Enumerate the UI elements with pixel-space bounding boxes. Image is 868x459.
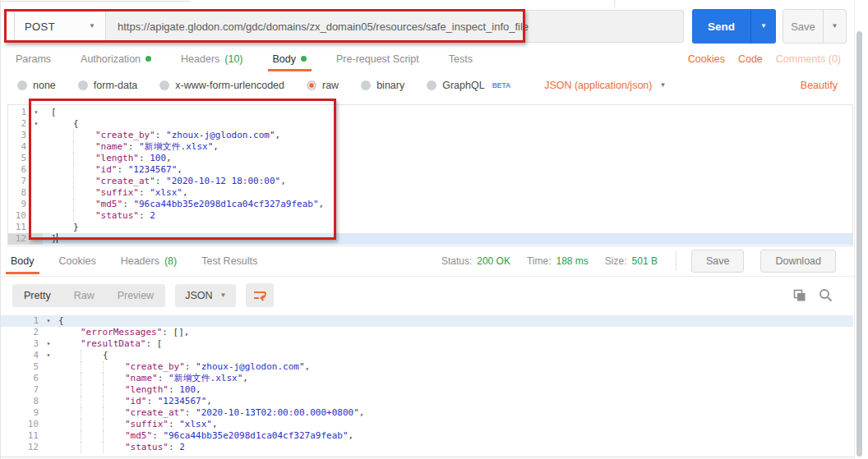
tab-authorization[interactable]: Authorization <box>81 46 151 71</box>
line-number: 4 <box>1 350 42 361</box>
view-raw-button[interactable]: Raw <box>62 284 106 307</box>
code-line: 7"create_at": "2020-10-12 18:00:00", <box>8 176 852 187</box>
code-line: 2▾{ <box>8 118 852 130</box>
code-line: 1▾[ <box>8 107 852 118</box>
code-line: 4▾{ <box>1 350 853 361</box>
vertical-scrollbar[interactable] <box>856 31 862 457</box>
save-request-button[interactable]: Save ▼ <box>783 9 847 44</box>
fold-caret-icon[interactable]: ▾ <box>42 338 55 350</box>
code-line: 6"id": "1234567", <box>8 164 852 176</box>
line-number: 1 <box>8 107 30 118</box>
code-line: 1▾{ <box>1 315 853 327</box>
body-type-options: none form-data x-www-form-urlencoded raw… <box>1 71 854 99</box>
text-cursor <box>57 233 58 243</box>
radio-raw-selected-icon <box>307 80 316 90</box>
line-number: 7 <box>1 384 42 396</box>
cookies-link[interactable]: Cookies <box>688 53 725 65</box>
response-tab-cookies[interactable]: Cookies <box>59 249 96 274</box>
response-tab-test-results[interactable]: Test Results <box>201 249 257 274</box>
response-tab-headers[interactable]: Headers (8) <box>121 249 178 274</box>
view-preview-button[interactable]: Preview <box>106 284 165 307</box>
save-caret-icon: ▼ <box>832 23 838 30</box>
url-input[interactable]: https://apigate.glodon.com/gdc/domains/z… <box>106 10 684 43</box>
line-number: 5 <box>8 153 30 164</box>
comments-link[interactable]: Comments (0) <box>776 53 841 65</box>
code-line: 7"length": 100, <box>1 384 853 396</box>
code-line: 3"create_by": "zhoux-j@glodon.com", <box>8 130 852 141</box>
tab-body[interactable]: Body <box>273 46 307 71</box>
radio-x-www-form-urlencoded[interactable]: x-www-form-urlencoded <box>159 80 284 91</box>
response-tab-body[interactable]: Body <box>11 249 35 274</box>
line-number: 10 <box>8 210 30 222</box>
fold-caret-icon[interactable]: ▾ <box>30 118 43 130</box>
line-number: 12 <box>1 442 42 453</box>
content-type-caret-icon: ▼ <box>659 82 666 89</box>
line-number: 6 <box>8 164 30 176</box>
code-link[interactable]: Code <box>738 53 763 65</box>
send-label: Send <box>692 9 750 44</box>
fold-caret-icon[interactable]: ▾ <box>30 107 43 118</box>
wrap-text-button[interactable] <box>246 283 274 307</box>
send-options-button[interactable]: ▼ <box>750 9 776 44</box>
line-number: 1 <box>1 315 42 327</box>
postman-app-window: POST ▼ https://apigate.glodon.com/gdc/do… <box>0 0 868 459</box>
line-number: 6 <box>1 373 42 384</box>
radio-binary-icon <box>361 80 371 90</box>
wrap-text-icon <box>253 290 267 301</box>
response-status-group: Status: 200 OK Time: 188 ms Size: 501 B … <box>441 250 836 273</box>
status-value: 200 OK <box>477 255 510 267</box>
line-number: 3 <box>1 338 42 350</box>
line-number: 2 <box>1 327 42 338</box>
request-url-bar: POST ▼ https://apigate.glodon.com/gdc/do… <box>1 7 868 46</box>
radio-none-icon <box>17 80 27 90</box>
radio-graphql[interactable]: GraphQL BETA <box>427 80 510 91</box>
radio-binary[interactable]: binary <box>361 80 404 91</box>
line-number: 11 <box>1 430 42 442</box>
fold-caret-icon[interactable]: ▾ <box>42 350 55 361</box>
beautify-link[interactable]: Beautify <box>801 80 838 91</box>
search-icon[interactable] <box>819 288 833 302</box>
headers-count: (10) <box>224 53 242 65</box>
tab-pre-request-script[interactable]: Pre-request Script <box>336 46 419 71</box>
line-number: 9 <box>1 407 42 419</box>
graphql-beta-badge: BETA <box>492 81 511 90</box>
size-value: 501 B <box>632 255 658 267</box>
tab-headers[interactable]: Headers (10) <box>181 46 242 71</box>
line-number: 8 <box>8 187 30 199</box>
line-number: 7 <box>8 176 30 187</box>
send-button[interactable]: Send ▼ <box>692 9 776 44</box>
size-label: Size: <box>605 255 627 267</box>
code-line: 5"create_by": "zhoux-j@glodon.com", <box>1 361 853 373</box>
code-line: 11} <box>8 222 852 233</box>
method-caret-icon: ▼ <box>89 23 95 30</box>
line-number: 2 <box>8 118 30 130</box>
content-type-select[interactable]: JSON (application/json) ▼ <box>544 80 666 91</box>
code-line: 10"status": 2 <box>8 210 852 222</box>
request-body-editor[interactable]: 1▾[2▾{3"create_by": "zhoux-j@glodon.com"… <box>7 104 853 246</box>
radio-none[interactable]: none <box>17 80 56 91</box>
response-format-select[interactable]: JSON ▼ <box>175 284 236 307</box>
method-select[interactable]: POST ▼ <box>14 10 106 43</box>
download-response-button[interactable]: Download <box>760 250 836 273</box>
code-line: 2"errorMessages": [], <box>1 327 853 338</box>
save-options-button[interactable]: ▼ <box>823 10 846 43</box>
body-status-dot-icon <box>301 56 307 62</box>
radio-raw[interactable]: raw <box>307 80 339 91</box>
radio-form-data[interactable]: form-data <box>78 80 138 91</box>
code-line: 12] <box>8 233 852 245</box>
code-line: 10"suffix": "xlsx", <box>1 419 853 430</box>
tab-params[interactable]: Params <box>16 46 51 71</box>
response-toolbar: Pretty Raw Preview JSON ▼ <box>1 277 854 314</box>
code-line: 6"name": "新增文件.xlsx", <box>1 373 853 384</box>
fold-caret-icon[interactable]: ▾ <box>42 315 55 327</box>
tab-tests[interactable]: Tests <box>449 46 473 71</box>
send-caret-icon: ▼ <box>760 23 767 30</box>
save-label: Save <box>783 10 823 43</box>
response-meta-bar: Body Cookies Headers (8) Test Results St… <box>1 246 854 277</box>
view-pretty-button[interactable]: Pretty <box>12 284 62 307</box>
response-headers-count: (8) <box>164 255 177 267</box>
radio-form-data-icon <box>78 80 88 90</box>
save-response-button[interactable]: Save <box>691 250 745 273</box>
copy-icon[interactable] <box>793 289 806 302</box>
code-line: 3▾"resultData": [ <box>1 338 853 350</box>
